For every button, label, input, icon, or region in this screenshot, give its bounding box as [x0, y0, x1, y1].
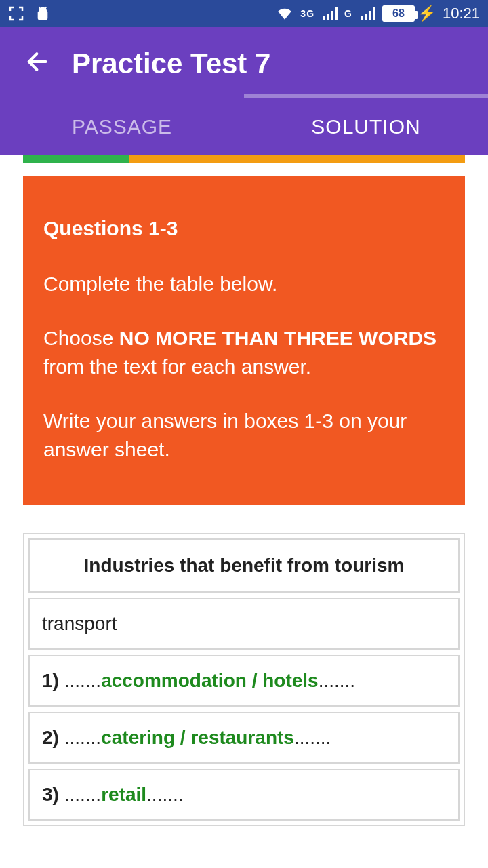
dots: ....... [64, 727, 101, 748]
dots: ....... [64, 670, 101, 691]
answer-table: Industries that benefit from tourism tra… [23, 533, 465, 826]
fullscreen-icon [8, 5, 24, 22]
table-row: 1) .......accommodation / hotels....... [28, 655, 460, 707]
battery-indicator: 68 ⚡ [382, 5, 436, 22]
tab-passage[interactable]: PASSAGE [0, 98, 244, 155]
table-title: Industries that benefit from tourism [28, 538, 460, 593]
main-content[interactable]: Questions 1-3 Complete the table below. … [0, 155, 488, 826]
questions-heading: Questions 1-3 [43, 214, 445, 243]
wifi-icon [276, 5, 293, 22]
charging-icon: ⚡ [418, 5, 436, 22]
row-number: 3) [42, 784, 59, 805]
back-arrow-icon[interactable] [24, 48, 52, 79]
tab-solution[interactable]: SOLUTION [244, 98, 488, 155]
tab-bar: PASSAGE SOLUTION [0, 98, 488, 155]
answer-text: retail [101, 784, 146, 805]
progress-strip [23, 155, 465, 163]
status-right: 3G G 68 ⚡ 10:21 [276, 5, 480, 22]
row-number: 1) [42, 670, 59, 691]
signal-icon-2 [361, 7, 375, 20]
signal-icon [323, 7, 338, 20]
answer-text: catering / restaurants [101, 727, 294, 748]
network-3g-label: 3G [300, 8, 314, 19]
clock: 10:21 [443, 5, 480, 22]
table-row-static: transport [28, 598, 460, 650]
progress-green [23, 155, 129, 163]
app-header: Practice Test 7 PASSAGE SOLUTION [0, 27, 488, 155]
table-row: 2) .......catering / restaurants....... [28, 712, 460, 764]
instr2-post: from the text for each answer. [43, 355, 311, 378]
answer-text: accommodation / hotels [101, 670, 319, 691]
progress-orange [129, 155, 465, 163]
instruction-line-1: Complete the table below. [43, 270, 445, 298]
dots: ....... [64, 784, 101, 805]
instr2-pre: Choose [43, 327, 119, 349]
battery-level: 68 [382, 5, 415, 22]
instruction-line-2: Choose NO MORE THAN THREE WORDS from the… [43, 324, 445, 381]
table-row: 3) .......retail....... [28, 769, 460, 821]
instructions-card: Questions 1-3 Complete the table below. … [23, 176, 465, 505]
instr2-bold: NO MORE THAN THREE WORDS [119, 327, 436, 349]
dots: ....... [294, 727, 331, 748]
dots: ....... [146, 784, 183, 805]
page-title: Practice Test 7 [72, 47, 270, 80]
status-bar: 3G G 68 ⚡ 10:21 [0, 0, 488, 27]
row-number: 2) [42, 727, 59, 748]
dots: ....... [319, 670, 355, 691]
android-icon [34, 5, 52, 22]
network-g-label: G [344, 8, 352, 19]
instruction-line-3: Write your answers in boxes 1-3 on your … [43, 407, 445, 464]
tab-top-indicator [244, 94, 488, 98]
status-left [8, 5, 52, 22]
